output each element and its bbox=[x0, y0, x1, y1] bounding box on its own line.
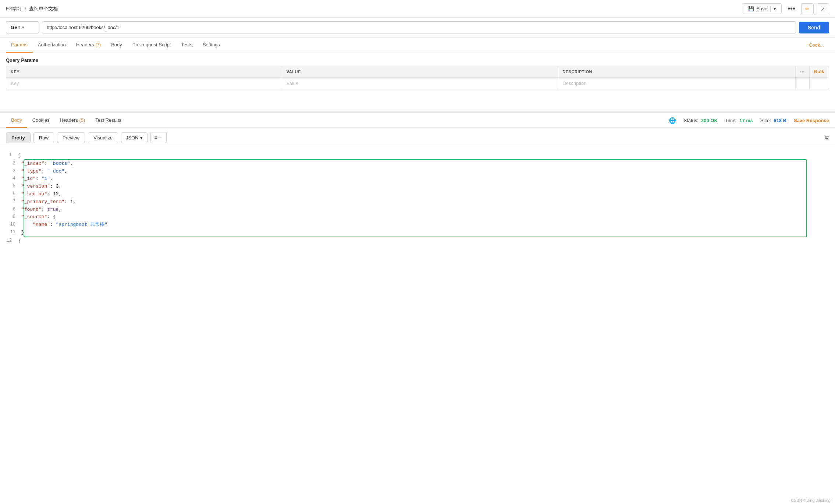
json-line-3-content: "_type": "_doc", bbox=[21, 168, 803, 175]
send-button[interactable]: Send bbox=[799, 22, 829, 33]
globe-icon: 🌐 bbox=[669, 117, 676, 124]
view-visualize-button[interactable]: Visualize bbox=[88, 132, 118, 143]
tab-params[interactable]: Params bbox=[6, 38, 33, 53]
response-status: 🌐 Status: 200 OK Time: 17 ms Size: 618 B… bbox=[669, 117, 829, 124]
json-line-9: 9 "_source": { bbox=[10, 213, 803, 221]
tab-settings[interactable]: Settings bbox=[198, 38, 225, 53]
save-button[interactable]: 💾 Save ▾ bbox=[743, 3, 782, 14]
method-select[interactable]: GET ▾ bbox=[6, 21, 39, 33]
resp-tab-body[interactable]: Body bbox=[6, 113, 27, 128]
time-label: Time: 17 ms bbox=[725, 118, 753, 123]
desc-input-cell[interactable]: Description bbox=[558, 78, 796, 89]
method-label: GET bbox=[11, 25, 21, 30]
line-num-3: 3 bbox=[10, 168, 21, 175]
json-viewer: 1 { 2 "_index": "books", 3 "_type": "_do… bbox=[0, 147, 835, 249]
view-pretty-button[interactable]: Pretty bbox=[6, 132, 31, 143]
value-input-cell[interactable]: Value bbox=[282, 78, 558, 89]
copy-icon: ⧉ bbox=[825, 134, 829, 141]
tab-prerequest[interactable]: Pre-request Script bbox=[127, 38, 176, 53]
json-line-6-content: "_seq_no": 12, bbox=[21, 191, 803, 198]
save-icon: 💾 bbox=[748, 6, 754, 11]
resp-tab-cookies[interactable]: Cookies bbox=[27, 113, 55, 128]
query-params-section: Query Params KEY VALUE DESCRIPTION ••• B… bbox=[0, 53, 835, 89]
json-line-7-content: "_primary_term": 1, bbox=[21, 198, 803, 206]
share-button[interactable]: ↗ bbox=[817, 3, 829, 14]
params-table: KEY VALUE DESCRIPTION ••• Bulk Key Value bbox=[6, 66, 829, 89]
more-options-icon[interactable]: ••• bbox=[800, 70, 805, 74]
line-num-9: 9 bbox=[10, 213, 21, 220]
json-line-5: 5 "_version": 3, bbox=[10, 183, 803, 191]
save-label: Save bbox=[756, 6, 767, 11]
top-bar-actions: 💾 Save ▾ ••• ✏ ↗ bbox=[743, 3, 829, 14]
view-raw-button[interactable]: Raw bbox=[33, 132, 54, 143]
json-line-3: 3 "_type": "_doc", bbox=[10, 168, 803, 175]
json-line-8: 8 "found": true, bbox=[10, 206, 803, 214]
col-actions: ••• bbox=[795, 66, 809, 78]
line-num-6: 6 bbox=[10, 191, 21, 198]
line-num-2: 2 bbox=[10, 160, 21, 167]
format-select[interactable]: JSON ▾ bbox=[121, 132, 148, 143]
tab-authorization[interactable]: Authorization bbox=[33, 38, 71, 53]
save-chevron-icon[interactable]: ▾ bbox=[770, 6, 776, 11]
json-line-9-content: "_source": { bbox=[21, 213, 803, 221]
line-num-4: 4 bbox=[10, 175, 21, 182]
page-name: 查询单个文档 bbox=[29, 6, 58, 12]
col-key: KEY bbox=[6, 66, 282, 78]
json-line-12: 12 } bbox=[6, 237, 829, 245]
tab-body[interactable]: Body bbox=[106, 38, 127, 53]
line-num-5: 5 bbox=[10, 183, 21, 190]
save-response-button[interactable]: Save Response bbox=[794, 118, 829, 123]
format-label: JSON bbox=[126, 135, 139, 141]
copy-button[interactable]: ⧉ bbox=[825, 134, 829, 141]
json-line-5-content: "_version": 3, bbox=[21, 183, 803, 191]
json-line-2: 2 "_index": "books", bbox=[10, 160, 803, 168]
tab-headers[interactable]: Headers (7) bbox=[71, 38, 106, 53]
line-num-8: 8 bbox=[10, 206, 21, 213]
bulk-link[interactable]: Bulk bbox=[814, 69, 824, 74]
json-line-4: 4 "_id": "1", bbox=[10, 175, 803, 183]
filter-icon: ≡ bbox=[154, 135, 157, 141]
table-row: Key Value Description bbox=[6, 78, 829, 89]
resp-tab-tests[interactable]: Test Results bbox=[90, 113, 127, 128]
key-input-cell[interactable]: Key bbox=[6, 78, 282, 89]
line-num-11: 11 bbox=[10, 229, 21, 236]
json-line-6: 6 "_seq_no": 12, bbox=[10, 191, 803, 198]
edit-button[interactable]: ✏ bbox=[801, 3, 814, 14]
cookies-tab[interactable]: Cook... bbox=[804, 38, 829, 52]
headers-badge: (7) bbox=[95, 42, 101, 47]
line-num-10: 10 bbox=[10, 221, 21, 228]
tab-tests[interactable]: Tests bbox=[176, 38, 198, 53]
format-chevron-icon: ▾ bbox=[140, 135, 143, 141]
json-line-7: 7 "_primary_term": 1, bbox=[10, 198, 803, 206]
query-params-title: Query Params bbox=[6, 57, 829, 63]
json-line-10: 10 "name": "springboot 非常棒" bbox=[10, 221, 803, 229]
json-line-11: 11 } bbox=[10, 229, 803, 237]
response-toolbar: Pretty Raw Preview Visualize JSON ▾ ≡→ ⧉ bbox=[0, 128, 835, 147]
resp-headers-badge: (5) bbox=[79, 117, 85, 123]
resp-tab-headers[interactable]: Headers (5) bbox=[55, 113, 90, 128]
col-value: VALUE bbox=[282, 66, 558, 78]
url-bar: GET ▾ Send bbox=[0, 18, 835, 38]
json-line-2-content: "_index": "books", bbox=[21, 160, 803, 168]
json-line-12-content: } bbox=[18, 237, 829, 245]
method-chevron-icon: ▾ bbox=[22, 25, 24, 29]
json-line-11-content: } bbox=[21, 229, 803, 237]
json-line-4-content: "_id": "1", bbox=[21, 175, 803, 183]
more-button[interactable]: ••• bbox=[785, 3, 798, 14]
top-bar: ES学习 / 查询单个文档 💾 Save ▾ ••• ✏ ↗ bbox=[0, 0, 835, 18]
json-line-1: 1 { bbox=[6, 152, 829, 159]
line-num-1: 1 bbox=[6, 152, 18, 159]
status-label: Status: 200 OK bbox=[683, 118, 718, 123]
col-bulk: Bulk bbox=[809, 66, 829, 78]
json-line-8-content: "found": true, bbox=[21, 206, 803, 214]
time-value: 17 ms bbox=[739, 118, 753, 123]
json-line-10-content: "name": "springboot 非常棒" bbox=[21, 221, 803, 229]
app-name: ES学习 bbox=[6, 6, 22, 12]
breadcrumb: ES学习 / 查询单个文档 bbox=[6, 6, 743, 12]
breadcrumb-separator: / bbox=[25, 6, 26, 11]
row-actions bbox=[795, 78, 809, 89]
url-input[interactable] bbox=[42, 21, 796, 33]
filter-button[interactable]: ≡→ bbox=[150, 132, 167, 143]
view-preview-button[interactable]: Preview bbox=[57, 132, 85, 143]
request-tabs: Params Authorization Headers (7) Body Pr… bbox=[0, 38, 835, 53]
